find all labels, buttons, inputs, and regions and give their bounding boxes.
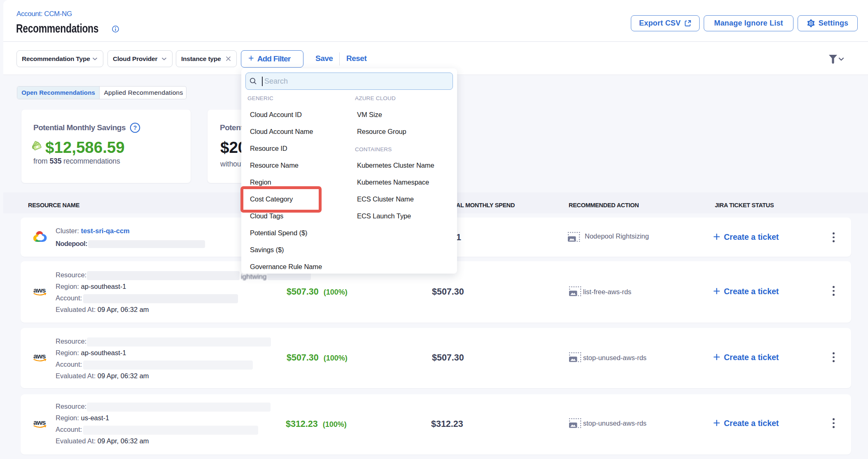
svg-text:aws: aws (33, 287, 46, 294)
svg-text:aws: aws (33, 419, 46, 426)
svg-text:aws: aws (33, 353, 46, 360)
svg-text:?: ? (133, 124, 137, 131)
